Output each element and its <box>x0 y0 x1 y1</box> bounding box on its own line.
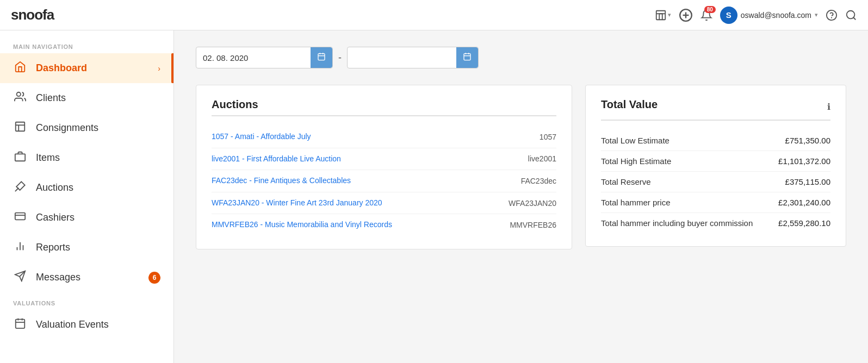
sidebar-item-valuation-events[interactable]: Valuation Events <box>0 310 173 340</box>
svg-point-8 <box>17 92 21 96</box>
consignments-icon <box>13 121 27 135</box>
auctions-card-divider <box>212 115 556 116</box>
svg-rect-29 <box>464 54 470 60</box>
info-icon[interactable]: ℹ <box>827 102 830 112</box>
auction-list-item: 1057 - Amati - Affordable July 1057 <box>212 126 556 148</box>
building-button[interactable]: ▾ <box>655 9 671 21</box>
sidebar-item-dashboard-label: Dashboard <box>36 62 149 74</box>
auction-link[interactable]: MMVRFEB26 - Music Memorabilia and Vinyl … <box>212 220 501 230</box>
top-header: snoofa ▾ 80 S oswald@snoofa.com ▾ <box>0 0 868 30</box>
total-value-card: Total Value ℹ Total Low Estimate £751,35… <box>585 85 846 247</box>
svg-rect-0 <box>656 10 666 20</box>
total-row-value: £751,350.00 <box>785 136 830 145</box>
sidebar-item-messages-label: Messages <box>36 272 140 283</box>
date-start-wrap <box>196 47 333 68</box>
auction-list-item: FAC23dec - Fine Antiques & Collectables … <box>212 170 556 192</box>
avatar: S <box>720 7 737 24</box>
svg-rect-25 <box>318 54 325 60</box>
svg-rect-9 <box>16 122 25 132</box>
total-row-value: £2,559,280.10 <box>778 218 830 228</box>
sidebar-item-consignments[interactable]: Consignments <box>0 113 173 143</box>
date-range-row: - <box>196 47 846 68</box>
sidebar-item-cashiers[interactable]: Cashiers <box>0 203 173 233</box>
cashiers-icon <box>13 210 27 225</box>
building-icon <box>655 9 667 21</box>
search-button[interactable] <box>845 9 857 21</box>
valuations-section-label: VALUATIONS <box>0 292 173 310</box>
sidebar-item-cashiers-label: Cashiers <box>36 212 160 223</box>
total-value-row: Total High Estimate £1,101,372.00 <box>601 151 830 172</box>
auctions-card-title: Auctions <box>212 98 556 111</box>
svg-line-13 <box>15 188 18 191</box>
date-end-calendar-button[interactable] <box>456 47 478 68</box>
sidebar-item-consignments-label: Consignments <box>36 122 160 134</box>
auction-link[interactable]: 1057 - Amati - Affordable July <box>212 132 531 142</box>
search-icon <box>845 9 857 21</box>
calendar-icon <box>13 317 27 332</box>
clients-icon <box>13 91 27 105</box>
calendar-end-icon <box>463 52 472 61</box>
logo: snoofa <box>11 7 54 23</box>
auction-link[interactable]: WFA23JAN20 - Winter Fine Art 23rd Januar… <box>212 198 500 209</box>
sidebar-item-dashboard[interactable]: Dashboard › <box>0 53 173 83</box>
main-layout: MAIN NAVIGATION Dashboard › Clients Cons… <box>0 30 868 363</box>
sidebar-item-auctions[interactable]: Auctions <box>0 173 173 203</box>
user-menu[interactable]: S oswald@snoofa.com ▾ <box>720 7 818 24</box>
auction-code: WFA23JAN20 <box>509 199 556 208</box>
date-end-wrap <box>347 47 479 68</box>
total-row-value: £375,115.00 <box>785 177 830 186</box>
sidebar-item-reports[interactable]: Reports <box>0 233 173 262</box>
sidebar-item-clients[interactable]: Clients <box>0 83 173 113</box>
total-card-divider <box>601 120 830 121</box>
notifications-button[interactable]: 80 <box>700 9 712 21</box>
sidebar-item-valuation-events-label: Valuation Events <box>36 319 160 330</box>
sidebar-item-messages[interactable]: Messages 6 <box>0 262 173 292</box>
total-row-value: £1,101,372.00 <box>778 157 830 166</box>
total-row-label: Total Reserve <box>601 177 651 186</box>
total-value-row: Total Low Estimate £751,350.00 <box>601 130 830 151</box>
total-row-label: Total hammer including buyer commission <box>601 218 753 228</box>
sidebar-item-reports-label: Reports <box>36 242 160 253</box>
user-email: oswald@snoofa.com <box>741 11 811 20</box>
add-icon <box>679 8 693 22</box>
messages-icon <box>13 270 27 285</box>
auction-list: 1057 - Amati - Affordable July 1057 live… <box>212 126 556 236</box>
svg-rect-21 <box>16 320 25 329</box>
main-content: - Auctions 1057 - Amati - Affordable Jul… <box>174 30 868 363</box>
total-row-label: Total Low Estimate <box>601 136 669 145</box>
auction-link[interactable]: live2001 - First Affordable Live Auction <box>212 154 519 165</box>
help-button[interactable] <box>826 9 838 21</box>
svg-point-6 <box>847 10 855 18</box>
auction-list-item: MMVRFEB26 - Music Memorabilia and Vinyl … <box>212 214 556 236</box>
auctions-icon <box>13 180 27 195</box>
notification-count: 80 <box>704 6 716 13</box>
date-start-calendar-button[interactable] <box>311 47 332 68</box>
total-value-title: Total Value <box>601 98 658 111</box>
auctions-card: Auctions 1057 - Amati - Affordable July … <box>196 85 572 249</box>
date-end-input[interactable] <box>354 53 452 62</box>
add-button[interactable] <box>679 8 693 22</box>
auction-list-item: WFA23JAN20 - Winter Fine Art 23rd Januar… <box>212 192 556 215</box>
svg-rect-14 <box>15 213 25 220</box>
dashboard-chevron-icon: › <box>158 64 160 73</box>
house-icon <box>13 61 27 76</box>
sidebar: MAIN NAVIGATION Dashboard › Clients Cons… <box>0 30 174 363</box>
help-icon <box>826 9 838 21</box>
total-value-row: Total Reserve £375,115.00 <box>601 172 830 192</box>
date-start-input[interactable] <box>203 53 306 62</box>
auction-code: 1057 <box>540 133 556 141</box>
total-row-label: Total hammer price <box>601 198 671 207</box>
svg-line-7 <box>853 17 855 20</box>
total-value-row: Total hammer including buyer commission … <box>601 213 830 233</box>
svg-rect-12 <box>15 154 25 161</box>
auction-link[interactable]: FAC23dec - Fine Antiques & Collectables <box>212 176 512 186</box>
total-row-value: £2,301,240.00 <box>778 198 830 207</box>
auction-list-item: live2001 - First Affordable Live Auction… <box>212 148 556 171</box>
header-right: ▾ 80 S oswald@snoofa.com ▾ <box>655 7 857 24</box>
messages-badge: 6 <box>148 272 160 284</box>
user-chevron-icon: ▾ <box>815 11 818 18</box>
auction-code: live2001 <box>528 154 556 163</box>
sidebar-item-clients-label: Clients <box>36 92 160 104</box>
sidebar-item-items[interactable]: Items <box>0 143 173 173</box>
items-icon <box>13 151 27 165</box>
